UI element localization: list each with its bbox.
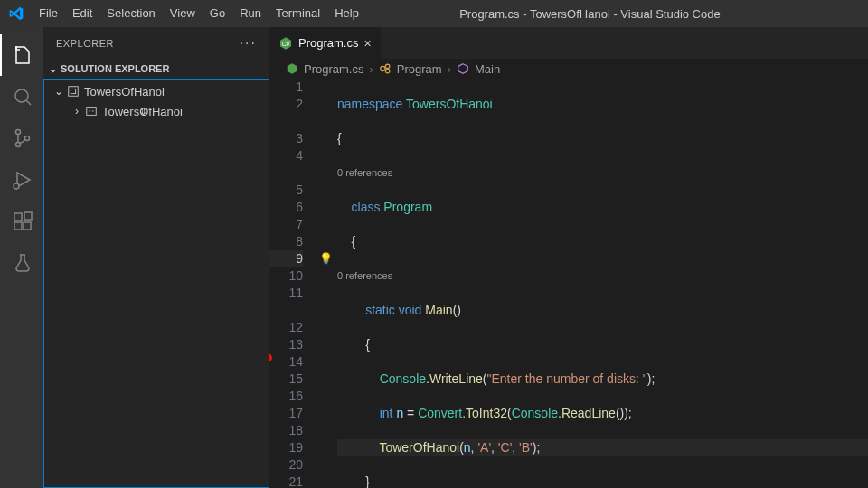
menu-terminal[interactable]: Terminal: [269, 0, 327, 27]
svg-point-14: [385, 64, 389, 68]
editor-area: C# Program.cs × Program.cs › Program › M…: [269, 27, 868, 488]
class-icon: [379, 62, 392, 75]
solution-tree[interactable]: ⌄ TowersOfHanoi › TowersOfHanoi ⇕: [43, 79, 269, 488]
menu-view[interactable]: View: [163, 0, 203, 27]
title-bar: File Edit Selection View Go Run Terminal…: [0, 0, 868, 27]
csharp-file-icon: C#: [278, 36, 293, 51]
editor-content[interactable]: namespace TowersOfHanoi { 0 references c…: [337, 79, 868, 488]
svg-point-4: [14, 183, 19, 189]
tab-program-cs[interactable]: C# Program.cs ×: [269, 27, 382, 59]
svg-rect-11: [87, 108, 97, 116]
activity-bar: [0, 27, 43, 488]
code-lens[interactable]: 0 references: [337, 267, 392, 285]
menu-go[interactable]: Go: [203, 0, 232, 27]
resize-cursor-icon: ⇕: [139, 106, 147, 117]
menu-help[interactable]: Help: [327, 0, 366, 27]
sidebar-more-icon[interactable]: ···: [240, 35, 257, 52]
svg-rect-7: [24, 222, 31, 230]
svg-rect-9: [69, 87, 79, 97]
editor-tabs: C# Program.cs ×: [269, 27, 868, 59]
lightbulb-icon[interactable]: 💡: [319, 250, 333, 267]
svg-point-15: [385, 69, 389, 72]
chevron-right-icon: ›: [448, 62, 451, 76]
breadcrumb[interactable]: Program.cs › Program › Main: [269, 59, 868, 79]
svg-rect-5: [14, 213, 22, 221]
explorer-sidebar: EXPLORER ··· ⌄ SOLUTION EXPLORER ⌄ Tower…: [43, 27, 269, 488]
svg-point-2: [16, 143, 21, 147]
activity-testing-icon[interactable]: [0, 242, 43, 284]
chevron-right-icon: ›: [70, 105, 84, 117]
glyph-margin[interactable]: 💡: [319, 79, 337, 488]
svg-point-13: [381, 66, 385, 70]
gutter[interactable]: 1 2 3 4 5 6 7 8 9 10 11 12 13 14 15 16 1…: [269, 79, 319, 488]
svg-rect-6: [14, 222, 22, 230]
activity-explorer-icon[interactable]: [0, 34, 43, 76]
csharp-file-icon: [286, 62, 298, 75]
activity-extensions-icon[interactable]: [0, 201, 43, 242]
svg-rect-8: [24, 212, 32, 220]
menu-run[interactable]: Run: [232, 0, 269, 27]
solution-explorer-header[interactable]: ⌄ SOLUTION EXPLORER: [43, 59, 269, 79]
tree-project-child[interactable]: › TowersOfHanoi ⇕: [44, 101, 269, 121]
chevron-down-icon: ⌄: [49, 63, 57, 75]
menu-file[interactable]: File: [32, 0, 65, 27]
activity-source-control-icon[interactable]: [0, 117, 43, 159]
svg-text:C#: C#: [282, 40, 290, 46]
menu-selection[interactable]: Selection: [99, 0, 162, 27]
window-title: Program.cs - TowersOfHanoi - Visual Stud…: [366, 7, 868, 21]
activity-search-icon[interactable]: [0, 76, 43, 117]
activity-run-debug-icon[interactable]: [0, 159, 43, 201]
sidebar-title: EXPLORER: [56, 38, 114, 49]
svg-point-0: [15, 89, 28, 102]
svg-point-1: [16, 130, 21, 135]
chevron-right-icon: ›: [369, 62, 373, 76]
chevron-down-icon: ⌄: [52, 85, 66, 98]
vscode-logo-icon: [0, 6, 32, 21]
tab-close-icon[interactable]: ×: [363, 36, 371, 51]
method-icon: [457, 62, 469, 75]
main-menu: File Edit Selection View Go Run Terminal…: [32, 0, 366, 27]
menu-edit[interactable]: Edit: [65, 0, 99, 27]
svg-rect-10: [71, 89, 75, 93]
csharp-project-icon: [84, 105, 99, 117]
solution-icon: [66, 85, 80, 98]
code-editor[interactable]: 1 2 3 4 5 6 7 8 9 10 11 12 13 14 15 16 1…: [269, 79, 868, 488]
code-lens[interactable]: 0 references: [337, 164, 392, 182]
tree-solution-root[interactable]: ⌄ TowersOfHanoi: [44, 81, 269, 101]
